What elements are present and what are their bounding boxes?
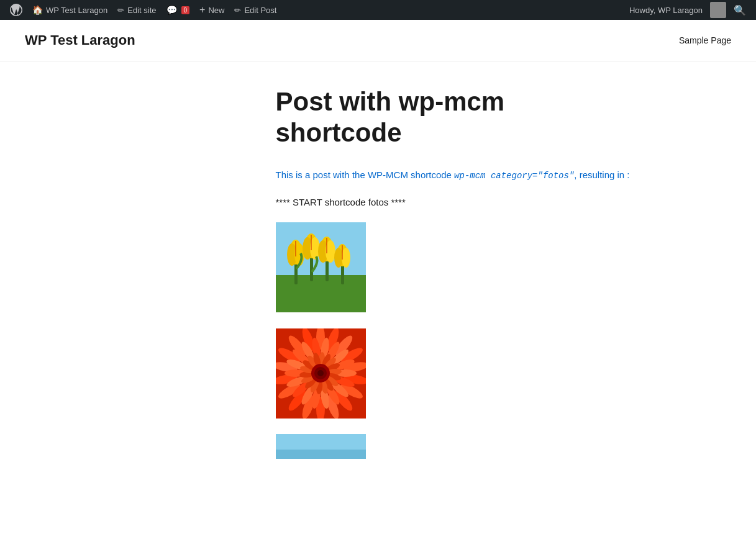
post-title: Post with wp-mcm shortcode	[276, 86, 633, 149]
main-content: Post with wp-mcm shortcode This is a pos…	[99, 86, 658, 500]
avatar[interactable]	[710, 2, 726, 18]
site-nav: Sample Page	[679, 35, 731, 46]
svg-rect-1	[276, 275, 366, 312]
tulip-image	[276, 222, 366, 312]
chrysanthemum-image	[276, 328, 366, 419]
edit-post-button[interactable]: ✏ Edit Post	[229, 0, 281, 20]
shortcode-marker: **** START shortcode fotos ****	[276, 195, 633, 210]
site-icon: 🏠	[32, 5, 43, 15]
post-intro-paragraph: This is a post with the WP-MCM shortcode…	[276, 168, 633, 183]
svg-point-79	[317, 370, 324, 376]
edit-post-label: Edit Post	[244, 6, 276, 15]
search-icon[interactable]: 🔍	[729, 4, 751, 16]
edit-site-icon: ✏	[117, 6, 124, 15]
svg-point-19	[334, 248, 343, 268]
post-body: This is a post with the WP-MCM shortcode…	[276, 168, 633, 464]
wp-logo-icon	[10, 4, 22, 16]
shortcode-inline: wp-mcm category="fotos"	[454, 171, 574, 181]
pencil-icon: ✏	[234, 6, 241, 15]
post-intro-suffix: , resulting in :	[574, 170, 629, 180]
wp-logo-button[interactable]	[5, 0, 27, 20]
comments-button[interactable]: 💬 0	[162, 0, 195, 20]
howdy-text: Howdy, WP Laragon	[624, 6, 708, 15]
site-header: WP Test Laragon Sample Page	[0, 20, 756, 61]
edit-site-label: Edit site	[127, 6, 156, 15]
admin-bar: 🏠 WP Test Laragon ✏ Edit site 💬 0 + New …	[0, 0, 756, 20]
comment-icon: 💬	[166, 5, 177, 15]
post-intro-text: This is a post with the WP-MCM shortcode	[276, 170, 455, 180]
site-name-label: WP Test Laragon	[46, 6, 107, 15]
comment-count-badge: 0	[181, 6, 190, 14]
new-content-button[interactable]: + New	[194, 0, 229, 20]
site-name-button[interactable]: 🏠 WP Test Laragon	[27, 0, 112, 20]
plus-icon: +	[199, 4, 205, 16]
svg-rect-81	[276, 450, 366, 459]
partial-image	[276, 434, 366, 459]
flower-image-2	[276, 328, 633, 423]
sample-page-link[interactable]: Sample Page	[679, 35, 731, 45]
edit-site-button[interactable]: ✏ Edit site	[112, 0, 161, 20]
svg-point-20	[342, 248, 350, 268]
admin-bar-right: Howdy, WP Laragon 🔍	[624, 2, 751, 18]
flower-image-1	[276, 222, 633, 317]
site-title[interactable]: WP Test Laragon	[25, 32, 135, 48]
flower-image-3	[276, 434, 633, 464]
new-label: New	[208, 6, 224, 15]
admin-bar-left: 🏠 WP Test Laragon ✏ Edit site 💬 0 + New …	[5, 0, 624, 20]
